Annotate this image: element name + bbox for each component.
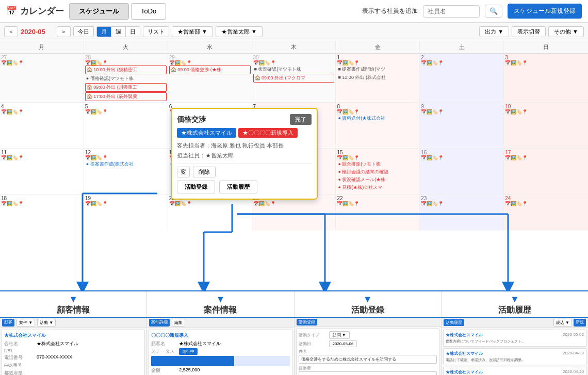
calendar-area: 月 火 水 木 金 土 日 27 📅🖼️🏷️📍 28 📅🖼️🏷️📍 🏠 10:0… xyxy=(0,41,588,290)
cal-cell-23[interactable]: 23 📅🖼️🏷️📍 xyxy=(420,194,504,231)
calendar-week-4: 18 📅🖼️🏷️📍 19 📅🖼️🏷️📍 20 📅🖼️🏷️📍 21 📅🖼️🏷️📍 … xyxy=(0,194,588,231)
output-btn[interactable]: 出力 ▼ xyxy=(479,26,509,37)
cal-cell-9[interactable]: 9 📅🖼️🏷️📍 xyxy=(420,103,504,148)
activity-register-panel: 活動登録 活動タイプ 訪問 ▼ 活動日 2020-05-06 件名 価格交渉をす… xyxy=(295,318,442,375)
cal-cell-18[interactable]: 18 📅🖼️🏷️📍 xyxy=(0,194,84,231)
view-month-btn[interactable]: 月 xyxy=(97,27,111,37)
cal-cell-5[interactable]: 5 📅🖼️🏷️📍 xyxy=(84,103,168,148)
next-btn[interactable]: ＞ xyxy=(57,26,71,37)
customer-panel: 顧客 案件 ▼ 活動 ▼ ★株式会社スマイル 会社名★株式会社スマイル URL … xyxy=(0,318,147,375)
view-toggle: 月 週 日 xyxy=(96,26,140,37)
popup-tag-2[interactable]: ★〇〇〇〇新規導入 xyxy=(238,128,298,138)
cal-cell-28[interactable]: 28 📅🖼️🏷️📍 🏠 10:00 外出 (獏精密工 ● 価格確認(マツモト株 … xyxy=(84,54,168,102)
cal-cell-6-popup[interactable]: 6 📅🖼️🏷️📍 価格交渉 完了 ★株式会社スマイル ★〇〇〇〇新規導入 客先担… xyxy=(168,103,252,148)
other-btn[interactable]: その他 ▼ xyxy=(548,26,584,37)
cal-cell-2[interactable]: 2 📅🖼️🏷️📍 xyxy=(420,54,504,102)
popup-client-info: 客先担当者：海老原 雅也 執行役員 本部長 担当社員：★営業太郎 xyxy=(177,141,312,160)
cal-cell-10[interactable]: 10 📅🖼️🏷️📍 xyxy=(504,103,588,148)
weekday-fri: 金 xyxy=(336,41,420,53)
calendar-week-1: 27 📅🖼️🏷️📍 28 📅🖼️🏷️📍 🏠 10:00 外出 (獏精密工 ● 価… xyxy=(0,54,588,103)
cal-cell-3[interactable]: 3 📅🖼️🏷️📍 xyxy=(504,54,588,102)
view-list-btn[interactable]: リスト xyxy=(143,26,169,37)
view-week-btn[interactable]: 週 xyxy=(111,27,126,37)
cal-cell-4[interactable]: 4 📅🖼️🏷️📍 xyxy=(0,103,84,148)
cal-cell-19[interactable]: 19 📅🖼️🏷️📍 xyxy=(84,194,168,231)
cal-cell-27[interactable]: 27 📅🖼️🏷️📍 xyxy=(0,54,84,102)
cal-cell-20[interactable]: 20 📅🖼️🏷️📍 xyxy=(168,194,252,231)
tab-todo[interactable]: ToDo xyxy=(131,3,166,20)
bottom-label-customer: ▼ 顧客情報 xyxy=(0,291,147,317)
cal-cell-24[interactable]: 24 📅🖼️🏷️📍 xyxy=(504,194,588,231)
calendar-header: 月 火 水 木 金 土 日 xyxy=(0,41,588,54)
bottom-label-activity-register: ▼ 活動登録 xyxy=(295,291,442,317)
popup-title: 価格交渉 xyxy=(177,115,206,124)
logo: 📅 カレンダー xyxy=(6,5,64,17)
toolbar: ＜ 2020-05 ＞ 今日 月 週 日 リスト ★営業部 ▼ ★営業太郎 ▼ … xyxy=(0,23,588,41)
view-day-btn[interactable]: 日 xyxy=(126,27,140,37)
cal-cell-21[interactable]: 21 📅🖼️🏷️📍 xyxy=(252,194,336,231)
prev-btn[interactable]: ＜ xyxy=(4,26,18,37)
weekday-sat: 土 xyxy=(420,41,504,53)
month-label: 2020-05 xyxy=(21,28,54,36)
popup-tag-1[interactable]: ★株式会社スマイル xyxy=(177,128,236,138)
case-panel: 案件詳細 編集 〇〇〇〇新規導入 顧客名★株式会社スマイル ステータス 進行中 … xyxy=(147,318,294,375)
bottom-labels-row: ▼ 顧客情報 ▼ 案件情報 ▼ 活動登録 ▼ 活動履歴 xyxy=(0,290,588,317)
weekday-thu: 木 xyxy=(252,41,336,53)
tab-schedule[interactable]: スケジュール xyxy=(69,3,129,20)
cal-cell-22[interactable]: 22 📅🖼️🏷️📍 xyxy=(336,194,420,231)
popup-delete-area[interactable]: 削除 xyxy=(193,167,216,177)
weekday-sun: 日 xyxy=(504,41,588,53)
popup-complete-btn[interactable]: 完了 xyxy=(290,114,312,125)
header: 📅 カレンダー スケジュール ToDo 表示する社員を追加 🔍 スケジュール新規… xyxy=(0,0,588,23)
calendar-week-2: 4 📅🖼️🏷️📍 5 📅🖼️🏷️📍 6 📅🖼️🏷️📍 価格交渉 完了 ★株式会社… xyxy=(0,103,588,149)
cal-cell-8[interactable]: 8 📅🖼️🏷️📍 ● 資料送付(★株式会社 xyxy=(336,103,420,148)
popup-change-label: 変 xyxy=(177,167,190,177)
cal-cell-1[interactable]: 1 📅🖼️🏷️📍 ■ 提案書作成開始(マツ ■ 11:00 外出 (株式会社 xyxy=(336,54,420,102)
cal-cell-15[interactable]: 15 📅🖼️🏷️📍 ● 競合排除(ツモト株 ● 検討会議の結果の確認 ● 状況確… xyxy=(336,149,420,194)
cal-cell-16[interactable]: 16 📅🖼️🏷️📍 xyxy=(420,149,504,194)
weekday-tue: 火 xyxy=(84,41,168,53)
cal-cell-30[interactable]: 30 📅🖼️🏷️📍 ■ 状況確認(マツモト株 🏠 09:00 外出 (マクロマ xyxy=(252,54,336,102)
add-employee-label: 表示する社員を追加 xyxy=(362,7,418,15)
popup-activity-register-btn[interactable]: 活動登録 xyxy=(177,181,215,193)
search-button[interactable]: 🔍 xyxy=(485,5,502,18)
display-toggle-btn[interactable]: 表示切替 xyxy=(512,26,546,37)
bottom-label-case: ▼ 案件情報 xyxy=(147,291,294,317)
cal-cell-12[interactable]: 12 📅🖼️🏷️📍 ● 提案書作成(株式会社 xyxy=(84,149,168,194)
event-popup: 価格交渉 完了 ★株式会社スマイル ★〇〇〇〇新規導入 客先担当者：海老原 雅也… xyxy=(171,108,318,200)
weekday-wed: 水 xyxy=(168,41,252,53)
filter-person-btn[interactable]: ★営業太郎 ▼ xyxy=(216,26,263,37)
today-btn[interactable]: 今日 xyxy=(73,26,94,37)
cal-cell-29[interactable]: 29 📅🖼️🏷️📍 🏠 09:00 価格交渉 (★株 xyxy=(168,54,252,102)
app-title: カレンダー xyxy=(20,5,64,17)
bottom-label-activity-history: ▼ 活動履歴 xyxy=(442,291,588,317)
popup-activity-history-btn[interactable]: 活動履歴 xyxy=(219,181,257,193)
tab-group: スケジュール ToDo xyxy=(69,3,166,20)
activity-history-panel: 活動履歴 絞込 ▼ 新規 ★株式会社スマイル 2020-05-02 提案内容につ… xyxy=(442,318,588,375)
employee-search-input[interactable] xyxy=(423,5,480,18)
weekday-mon: 月 xyxy=(0,41,84,53)
filter-department-btn[interactable]: ★営業部 ▼ xyxy=(172,26,213,37)
cal-cell-17[interactable]: 17 📅🖼️🏷️📍 xyxy=(504,149,588,194)
calendar-icon: 📅 xyxy=(6,6,17,17)
bottom-panels: 顧客 案件 ▼ 活動 ▼ ★株式会社スマイル 会社名★株式会社スマイル URL … xyxy=(0,317,588,375)
register-schedule-button[interactable]: スケジュール新規登録 xyxy=(508,4,582,19)
cal-cell-11[interactable]: 11 📅🖼️🏷️📍 xyxy=(0,149,84,194)
